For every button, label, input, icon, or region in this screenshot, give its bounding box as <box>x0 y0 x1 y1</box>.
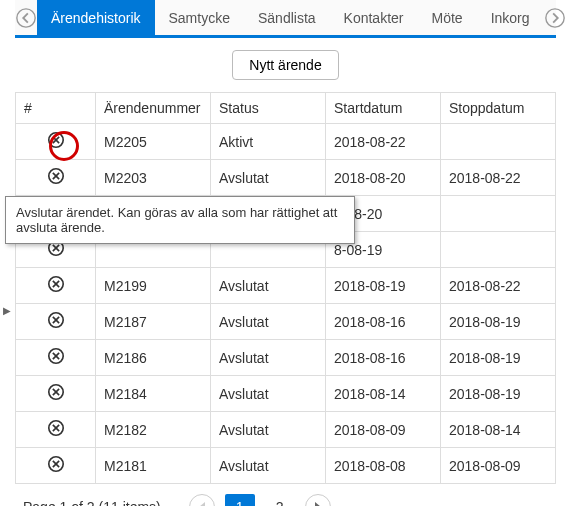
col-stop[interactable]: Stoppdatum <box>441 93 556 124</box>
tab-label: Ärendehistorik <box>51 10 141 26</box>
cell-start: 2018-08-09 <box>326 412 441 448</box>
cell-stop: 2018-08-22 <box>441 268 556 304</box>
cell-stop <box>441 124 556 160</box>
pager: Page 1 of 2 (11 items) 1 2 <box>15 484 556 506</box>
arrow-left-icon <box>15 7 37 29</box>
cell-start: 2018-08-19 <box>326 268 441 304</box>
pager-prev-button[interactable] <box>189 494 215 506</box>
cell-stop: 2018-08-14 <box>441 412 556 448</box>
cell-status: Aktivt <box>211 124 326 160</box>
svg-point-0 <box>17 8 35 26</box>
table-row[interactable]: M2186Avslutat2018-08-162018-08-19 <box>16 340 556 376</box>
cell-status: Avslutat <box>211 448 326 484</box>
cell-status: Avslutat <box>211 268 326 304</box>
table-row[interactable]: M2187Avslutat2018-08-162018-08-19 <box>16 304 556 340</box>
close-case-cell <box>16 376 96 412</box>
cell-num: M2187 <box>96 304 211 340</box>
close-case-button[interactable] <box>47 167 65 185</box>
cell-num: M2184 <box>96 376 211 412</box>
cell-status: Avslutat <box>211 160 326 196</box>
tabs-prev-button[interactable] <box>15 0 37 35</box>
tab-label: Kontakter <box>344 10 404 26</box>
close-case-button[interactable] <box>47 131 65 149</box>
close-case-cell <box>16 160 96 196</box>
cell-start: 2018-08-16 <box>326 340 441 376</box>
table-row[interactable]: M2199Avslutat2018-08-192018-08-22 <box>16 268 556 304</box>
close-case-cell <box>16 412 96 448</box>
close-case-button[interactable] <box>47 347 65 365</box>
cell-start: 2018-08-16 <box>326 304 441 340</box>
tab-samtycke[interactable]: Samtycke <box>155 0 244 35</box>
tab-kontakter[interactable]: Kontakter <box>330 0 418 35</box>
close-case-cell <box>16 124 96 160</box>
tab-label: Samtycke <box>169 10 230 26</box>
cell-num: M2181 <box>96 448 211 484</box>
cell-start: 2018-08-22 <box>326 124 441 160</box>
cell-status: Avslutat <box>211 304 326 340</box>
cell-stop <box>441 196 556 232</box>
tab-mote[interactable]: Möte <box>418 0 477 35</box>
triangle-right-icon <box>313 501 323 506</box>
cell-num: M2203 <box>96 160 211 196</box>
close-case-button[interactable] <box>47 275 65 293</box>
close-case-button[interactable] <box>47 383 65 401</box>
cell-num: M2199 <box>96 268 211 304</box>
tab-arendehistorik[interactable]: Ärendehistorik <box>37 0 155 35</box>
cell-stop: 2018-08-22 <box>441 160 556 196</box>
tab-sandlista[interactable]: Sändlista <box>244 0 330 35</box>
cell-status: Avslutat <box>211 376 326 412</box>
svg-point-1 <box>545 8 563 26</box>
cell-start: 2018-08-20 <box>326 160 441 196</box>
cell-stop: 2018-08-19 <box>441 340 556 376</box>
expand-handle[interactable]: ▶ <box>3 305 11 316</box>
col-num[interactable]: Ärendenummer <box>96 93 211 124</box>
close-case-button[interactable] <box>47 419 65 437</box>
cell-stop: 2018-08-09 <box>441 448 556 484</box>
button-label: Nytt ärende <box>249 57 321 73</box>
tooltip-text: Avslutar ärendet. Kan göras av alla som … <box>16 205 337 235</box>
close-case-cell <box>16 304 96 340</box>
col-status[interactable]: Status <box>211 93 326 124</box>
cell-stop: 2018-08-19 <box>441 304 556 340</box>
cell-num: M2205 <box>96 124 211 160</box>
tab-label: Möte <box>432 10 463 26</box>
close-case-button[interactable] <box>47 311 65 329</box>
col-start[interactable]: Startdatum <box>326 93 441 124</box>
table-row[interactable]: M2184Avslutat2018-08-142018-08-19 <box>16 376 556 412</box>
cell-status: Avslutat <box>211 340 326 376</box>
pager-page-2[interactable]: 2 <box>265 494 295 506</box>
close-case-cell <box>16 448 96 484</box>
tabs-next-button[interactable] <box>544 0 566 35</box>
arrow-right-icon <box>544 7 566 29</box>
col-hash[interactable]: # <box>16 93 96 124</box>
table-header-row: # Ärendenummer Status Startdatum Stoppda… <box>16 93 556 124</box>
tabs-container: Ärendehistorik Samtycke Sändlista Kontak… <box>37 0 544 35</box>
page-number: 1 <box>236 499 244 506</box>
pager-page-1[interactable]: 1 <box>225 494 255 506</box>
close-case-button[interactable] <box>47 455 65 473</box>
tab-label: Sändlista <box>258 10 316 26</box>
close-case-cell <box>16 268 96 304</box>
new-case-button[interactable]: Nytt ärende <box>232 50 338 80</box>
table-row[interactable]: M2203Avslutat2018-08-202018-08-22 <box>16 160 556 196</box>
cell-start: 2018-08-14 <box>326 376 441 412</box>
triangle-left-icon <box>197 501 207 506</box>
case-table: # Ärendenummer Status Startdatum Stoppda… <box>15 92 556 484</box>
close-case-cell <box>16 340 96 376</box>
close-case-tooltip: Avslutar ärendet. Kan göras av alla som … <box>5 196 355 244</box>
cell-stop: 2018-08-19 <box>441 376 556 412</box>
pager-next-button[interactable] <box>305 494 331 506</box>
table-row[interactable]: M2182Avslutat2018-08-092018-08-14 <box>16 412 556 448</box>
pager-summary: Page 1 of 2 (11 items) <box>23 499 161 506</box>
cell-start: 2018-08-08 <box>326 448 441 484</box>
tab-label: Inkorg <box>491 10 530 26</box>
tab-inkorg[interactable]: Inkorg <box>477 0 544 35</box>
page-number: 2 <box>276 499 284 506</box>
cell-status: Avslutat <box>211 412 326 448</box>
table-row[interactable]: M2205Aktivt2018-08-22 <box>16 124 556 160</box>
cell-stop <box>441 232 556 268</box>
tab-bar: Ärendehistorik Samtycke Sändlista Kontak… <box>15 0 556 38</box>
table-row[interactable]: M2181Avslutat2018-08-082018-08-09 <box>16 448 556 484</box>
cell-num: M2182 <box>96 412 211 448</box>
cell-num: M2186 <box>96 340 211 376</box>
